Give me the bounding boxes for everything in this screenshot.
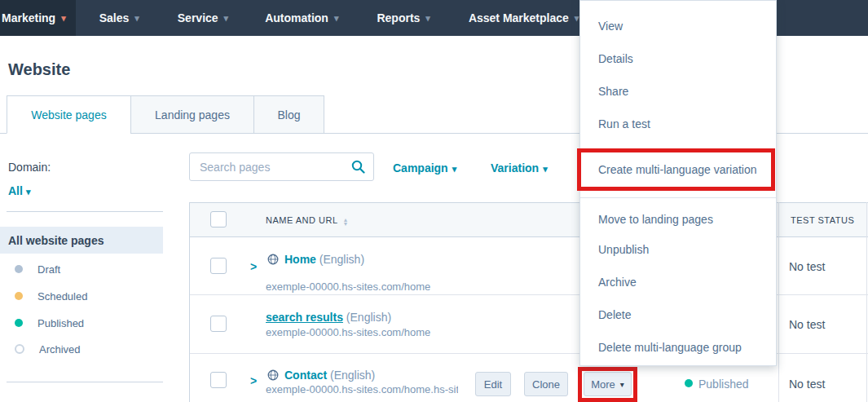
nav-item-label: Marketing <box>2 11 55 24</box>
filter-label: Variation <box>491 161 539 174</box>
page-name: search results (English) <box>266 311 391 324</box>
menu-item-unpublish[interactable]: Unpublish <box>598 241 649 258</box>
menu-item-view[interactable]: View <box>598 18 623 34</box>
column-header-label: TEST STATUS <box>791 215 854 225</box>
sidebar-item-published[interactable]: Published <box>0 310 163 336</box>
campaign-filter-dropdown[interactable]: Campaign▾ <box>393 161 456 174</box>
page-language: (English) <box>330 369 375 382</box>
row-checkbox[interactable] <box>210 316 227 332</box>
chevron-down-icon: ▾ <box>620 380 624 389</box>
sidebar-item-label: Archived <box>39 343 81 356</box>
more-button-label: More <box>591 378 615 391</box>
row-checkbox[interactable] <box>210 258 227 274</box>
page-link[interactable]: search results <box>266 311 343 324</box>
page-link[interactable]: Home <box>284 253 316 266</box>
table-left-border <box>189 202 190 402</box>
test-status-cell: No test <box>789 378 825 391</box>
sidebar-item-archived[interactable]: Archived <box>0 336 163 362</box>
column-divider <box>866 202 867 402</box>
page-name: Contact (English) <box>284 369 375 382</box>
row-checkbox[interactable] <box>210 372 227 388</box>
menu-item-delete[interactable]: Delete <box>598 307 631 323</box>
column-divider <box>778 202 779 402</box>
page-link[interactable]: Contact <box>284 369 327 382</box>
menu-item-run-a-test[interactable]: Run a test <box>598 116 650 132</box>
nav-item-reports[interactable]: Reports ▾ <box>363 0 443 36</box>
more-actions-menu: View Details Share Run a test Create mul… <box>579 0 777 366</box>
nav-item-asset-marketplace[interactable]: Asset Marketplace ▾ <box>455 0 593 36</box>
globe-icon <box>267 254 279 265</box>
clone-button[interactable]: Clone <box>524 372 568 396</box>
nav-item-automation[interactable]: Automation ▾ <box>251 0 352 36</box>
menu-item-share[interactable]: Share <box>598 83 628 99</box>
chevron-down-icon: ▾ <box>425 13 430 24</box>
tab-website-pages[interactable]: Website pages <box>7 95 131 134</box>
archived-status-dot <box>15 344 24 354</box>
search-icon[interactable] <box>351 160 365 174</box>
page-language: (English) <box>319 253 364 266</box>
nav-item-marketing[interactable]: Marketing ▾ <box>0 0 76 36</box>
sidebar-item-all-website-pages[interactable]: All website pages <box>0 227 163 254</box>
column-header-test-status: TEST STATUS <box>791 215 854 225</box>
sidebar-item-label: Draft <box>37 263 60 276</box>
sort-icon[interactable]: ▲▼ <box>343 218 349 226</box>
domain-dropdown[interactable]: All▾ <box>8 184 30 197</box>
menu-item-archive[interactable]: Archive <box>598 274 637 290</box>
menu-item-delete-multi-language-group[interactable]: Delete multi-language group <box>598 339 742 356</box>
menu-item-details[interactable]: Details <box>598 51 633 67</box>
nav-item-label: Reports <box>377 11 420 24</box>
chevron-down-icon: ▾ <box>334 13 339 24</box>
select-all-checkbox[interactable] <box>210 211 227 228</box>
chevron-down-icon: ▾ <box>543 164 548 174</box>
more-button[interactable]: More ▾ <box>584 372 632 396</box>
nav-item-label: Service <box>178 11 218 24</box>
draft-status-dot <box>15 265 23 273</box>
chevron-down-icon: ▾ <box>224 13 229 24</box>
chevron-down-icon: ▾ <box>134 13 139 24</box>
search-input[interactable] <box>198 160 351 174</box>
nav-item-sales[interactable]: Sales ▾ <box>86 0 153 36</box>
edit-button[interactable]: Edit <box>475 372 511 396</box>
chevron-down-icon: ▾ <box>61 13 66 24</box>
filter-label: Campaign <box>393 161 448 174</box>
tab-label: Landing pages <box>155 108 230 121</box>
tab-blog[interactable]: Blog <box>253 95 324 134</box>
menu-item-move-to-landing-pages[interactable]: Move to landing pages <box>598 211 713 228</box>
page-url: exemple-00000.hs-sites.com/home.hs-sites… <box>266 383 458 395</box>
tab-label: Website pages <box>31 108 106 121</box>
chevron-down-icon: ▾ <box>575 13 579 24</box>
published-status-dot <box>15 319 23 327</box>
domain-label: Domain: <box>8 161 51 174</box>
sidebar-divider <box>7 211 163 212</box>
sidebar-item-scheduled[interactable]: Scheduled <box>0 283 163 309</box>
search-box <box>189 152 374 181</box>
menu-item-create-multi-language-variation[interactable]: Create multi-language variation <box>598 163 757 176</box>
chevron-right-icon[interactable]: > <box>250 260 257 273</box>
chevron-down-icon: ▾ <box>452 164 457 174</box>
chevron-right-icon[interactable]: > <box>250 374 257 387</box>
scheduled-status-dot <box>15 292 23 300</box>
globe-icon <box>267 369 279 381</box>
variation-filter-dropdown[interactable]: Variation▾ <box>491 161 548 174</box>
sidebar-divider <box>7 382 163 382</box>
sidebar-item-draft[interactable]: Draft <box>0 256 163 282</box>
highlight-box-create-multi-language-variation: Create multi-language variation <box>577 148 775 191</box>
tab-bar: Website pages Landing pages Blog <box>7 95 324 134</box>
domain-value: All <box>8 184 23 197</box>
sidebar-item-label: All website pages <box>8 234 104 247</box>
sidebar-item-label: Published <box>37 317 84 329</box>
column-header-label: NAME AND URL <box>266 215 338 225</box>
nav-item-label: Sales <box>99 11 130 24</box>
page-name: Home (English) <box>284 253 364 266</box>
tab-landing-pages[interactable]: Landing pages <box>130 95 254 134</box>
sidebar-item-label: Scheduled <box>37 290 87 303</box>
tab-label: Blog <box>277 108 300 121</box>
chevron-down-icon: ▾ <box>26 187 31 197</box>
page-url: exemple-00000.hs-sites.com/home <box>266 281 430 293</box>
page-language: (English) <box>346 311 391 324</box>
nav-item-service[interactable]: Service ▾ <box>164 0 242 36</box>
test-status-cell: No test <box>789 318 825 331</box>
nav-item-label: Automation <box>265 11 328 24</box>
nav-item-label: Asset Marketplace <box>469 11 569 24</box>
menu-divider <box>580 197 776 198</box>
